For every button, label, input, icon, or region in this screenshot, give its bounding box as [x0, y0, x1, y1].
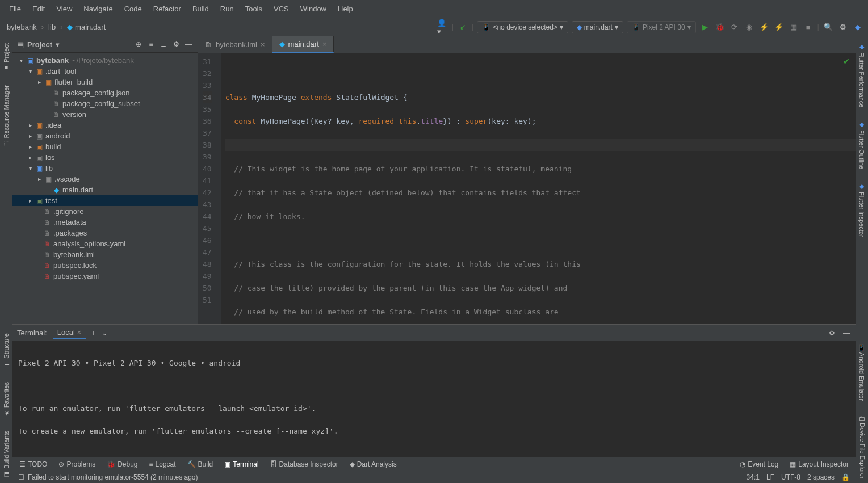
line-separator[interactable]: LF — [766, 473, 774, 481]
tree-root[interactable]: ▾▣bytebank~/Projeto/bytebank — [12, 55, 198, 66]
inspection-ok-icon[interactable]: ✔ — [843, 57, 850, 66]
tree-pubspec-lock[interactable]: 🗎pubspec.lock — [12, 260, 198, 271]
favorites-tab[interactable]: ★ Favorites — [1, 377, 11, 422]
tree-version[interactable]: 🗎version — [12, 109, 198, 120]
flutter-icon[interactable]: ◆ — [852, 22, 863, 33]
database-tab[interactable]: 🗄 Database Inspector — [268, 459, 341, 469]
settings-icon[interactable]: ⚙ — [827, 329, 836, 338]
tab-bytebank-iml[interactable]: 🗎bytebank.iml× — [198, 36, 272, 53]
vcs-update-icon[interactable]: ↙ — [457, 22, 468, 33]
menu-run[interactable]: Run — [216, 3, 238, 14]
tree-test[interactable]: ▸▣test — [12, 195, 198, 206]
menu-code[interactable]: Code — [120, 3, 146, 14]
tree-idea[interactable]: ▸▣.idea — [12, 120, 198, 131]
code-text[interactable]: class MyHomePage extends StatefulWidget … — [221, 53, 856, 324]
android-emulator-tab[interactable]: 📱 Android Emulator — [857, 339, 867, 405]
tree-vscode[interactable]: ▸▣.vscode — [12, 174, 198, 184]
terminal-output[interactable]: Pixel_2_API_30 • Pixel 2 API 30 • Google… — [12, 342, 856, 457]
tree-iml[interactable]: 🗎bytebank.iml — [12, 249, 198, 260]
menu-help[interactable]: Help — [333, 3, 358, 14]
terminal-tab-local[interactable]: Local × — [53, 327, 86, 339]
expand-all-icon[interactable]: ≡ — [146, 40, 156, 49]
structure-tab[interactable]: ☰ Structure — [1, 329, 11, 373]
project-tree[interactable]: ▾▣bytebank~/Projeto/bytebank ▾▣.dart_too… — [12, 53, 198, 324]
attach-icon[interactable]: ⚡ — [773, 22, 785, 33]
debug-icon[interactable]: 🐞 — [714, 22, 726, 33]
device-explorer-tab[interactable]: 🗀 Device File Explorer — [858, 410, 867, 483]
settings-icon[interactable]: ⚙ — [171, 40, 181, 49]
tree-main-dart[interactable]: ◆main.dart — [12, 184, 198, 195]
tree-flutter-build[interactable]: ▸▣flutter_build — [12, 77, 198, 87]
tree-ios[interactable]: ▸▣ios — [12, 152, 198, 163]
coverage-icon[interactable]: ⟳ — [729, 22, 740, 33]
indent-setting[interactable]: 2 spaces — [807, 473, 835, 481]
problems-tab[interactable]: ⊘ Problems — [56, 459, 98, 469]
devtools-icon[interactable]: ▦ — [788, 22, 799, 33]
hide-icon[interactable]: — — [842, 329, 851, 338]
close-icon[interactable]: × — [261, 40, 265, 49]
avd-selector[interactable]: 📱 Pixel 2 API 30 ▾ — [627, 21, 696, 33]
event-log-tab[interactable]: ◔ Event Log — [737, 459, 781, 469]
menu-edit[interactable]: Edit — [28, 3, 49, 14]
search-icon[interactable]: 🔍 — [823, 22, 834, 33]
logcat-tab[interactable]: ≡ Logcat — [147, 459, 178, 469]
status-icon[interactable]: ☐ — [18, 473, 24, 481]
tree-dart-tool[interactable]: ▾▣.dart_tool — [12, 66, 198, 77]
tree-gitignore[interactable]: 🗎.gitignore — [12, 206, 198, 217]
menu-window[interactable]: Window — [296, 3, 331, 14]
todo-tab[interactable]: ☰ TODO — [17, 459, 49, 469]
run-icon[interactable]: ▶ — [699, 22, 711, 33]
lock-icon[interactable]: 🔒 — [841, 473, 850, 481]
tree-packages[interactable]: 🗎.packages — [12, 228, 198, 238]
tree-pubspec-yaml[interactable]: 🗎pubspec.yaml — [12, 271, 198, 282]
dart-analysis-tab[interactable]: ◆ Dart Analysis — [347, 459, 399, 469]
debug-tab[interactable]: 🐞 Debug — [104, 459, 140, 469]
locate-icon[interactable]: ⊕ — [134, 40, 143, 49]
tab-main-dart[interactable]: ◆main.dart× — [272, 36, 334, 53]
code-editor[interactable]: 3132333435363738394041424344454647484950… — [198, 53, 856, 324]
breadcrumb-project[interactable]: bytebank — [5, 22, 39, 32]
terminal-tab[interactable]: ▣ Terminal — [222, 459, 261, 469]
caret-position[interactable]: 34:1 — [747, 473, 760, 481]
tree-android[interactable]: ▸▣android — [12, 131, 198, 141]
add-terminal-icon[interactable]: + — [91, 329, 96, 337]
tree-lib[interactable]: ▾▣lib — [12, 163, 198, 174]
settings-icon[interactable]: ⚙ — [837, 22, 849, 33]
tree-build[interactable]: ▸▣build — [12, 141, 198, 152]
tree-analysis[interactable]: 🗎analysis_options.yaml — [12, 238, 198, 249]
close-icon[interactable]: × — [322, 40, 327, 48]
dropdown-icon[interactable]: ▾ — [56, 40, 60, 49]
tree-pkg-subset[interactable]: 🗎package_config_subset — [12, 98, 198, 109]
status-message[interactable]: Failed to start monitoring emulator-5554… — [28, 473, 198, 481]
flutter-outline-tab[interactable]: ◆ Flutter Outline — [857, 116, 867, 174]
menu-refactor[interactable]: Refactor — [149, 3, 186, 14]
tree-pkg-config[interactable]: 🗎package_config.json — [12, 87, 198, 98]
resource-manager-tab[interactable]: ⬚ Resource Manager — [1, 81, 11, 153]
breadcrumb-file[interactable]: ◆ main.dart — [65, 22, 108, 32]
project-view-title[interactable]: Project — [27, 40, 52, 49]
breadcrumb-folder[interactable]: lib — [46, 22, 58, 32]
profile-icon[interactable]: ◉ — [744, 22, 755, 33]
hide-icon[interactable]: — — [184, 40, 193, 49]
menu-file[interactable]: File — [5, 3, 26, 14]
menu-tools[interactable]: Tools — [241, 3, 267, 14]
flutter-inspector-tab[interactable]: ◆ Flutter Inspector — [857, 178, 867, 242]
menu-view[interactable]: View — [52, 3, 77, 14]
flutter-performance-tab[interactable]: ◆ Flutter Performance — [857, 39, 867, 112]
project-tool-tab[interactable]: ■ Project — [2, 39, 11, 76]
device-selector[interactable]: 📱 <no device selected> ▾ — [477, 21, 568, 33]
dropdown-icon[interactable]: ⌄ — [102, 329, 108, 337]
collapse-all-icon[interactable]: ≣ — [159, 40, 168, 49]
run-config-selector[interactable]: ◆ main.dart ▾ — [572, 21, 623, 33]
menu-build[interactable]: Build — [188, 3, 213, 14]
menu-vcs[interactable]: VCS — [269, 3, 293, 14]
layout-inspector-tab[interactable]: ▦ Layout Inspector — [787, 459, 851, 469]
tree-metadata[interactable]: 🗎.metadata — [12, 217, 198, 228]
menu-navigate[interactable]: Navigate — [79, 3, 117, 14]
build-tab[interactable]: 🔨 Build — [185, 459, 216, 469]
build-variants-tab[interactable]: ⬓ Build Variants — [1, 426, 11, 483]
file-encoding[interactable]: UTF-8 — [781, 473, 800, 481]
hot-reload-icon[interactable]: ⚡ — [758, 22, 770, 33]
add-config-icon[interactable]: 👤▾ — [437, 22, 448, 33]
stop-icon[interactable]: ■ — [803, 22, 814, 33]
